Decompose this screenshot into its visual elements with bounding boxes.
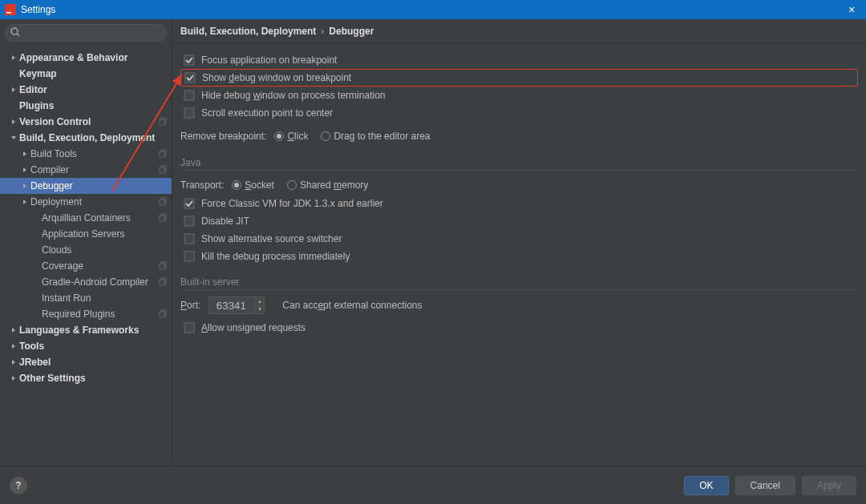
- tree-item-label: Appearance & Behavior: [19, 52, 168, 63]
- expand-arrow-icon: [32, 262, 40, 270]
- radio-label: Socket: [245, 179, 274, 191]
- svg-rect-20: [184, 55, 194, 65]
- expand-arrow-icon: [21, 150, 29, 158]
- expand-arrow-icon: [10, 374, 18, 382]
- titlebar: Settings ×: [0, 0, 866, 19]
- tree-item-label: Editor: [19, 84, 168, 95]
- tree-item-clouds[interactable]: Clouds: [0, 242, 172, 258]
- expand-arrow-icon: [10, 326, 18, 334]
- radio-button[interactable]: [274, 131, 284, 141]
- tree-item-build-tools[interactable]: Build Tools: [0, 146, 172, 162]
- checkbox-row[interactable]: Kill the debug process immediately: [180, 248, 858, 265]
- checkbox-label: Scroll execution point to center: [201, 107, 333, 119]
- search-input[interactable]: [5, 24, 167, 42]
- expand-arrow-icon: [21, 166, 29, 174]
- tree-item-label: Deployment: [30, 196, 159, 208]
- sidebar: Appearance & BehaviorKeymapEditorPlugins…: [0, 19, 172, 466]
- checkbox-icon: [184, 54, 195, 66]
- breadcrumb-parent[interactable]: Build, Execution, Deployment: [180, 26, 316, 37]
- tree-item-required-plugins[interactable]: Required Plugins: [0, 306, 172, 322]
- transport-row: Transport:SocketShared memory: [180, 175, 858, 195]
- checkbox-row[interactable]: Show alternative source switcher: [180, 230, 858, 248]
- port-spinner[interactable]: ▲▼: [208, 296, 265, 314]
- checkbox-row[interactable]: Allow unsigned requests: [180, 319, 858, 337]
- tree-item-coverage[interactable]: Coverage: [0, 258, 172, 274]
- tree-item-label: Languages & Frameworks: [19, 325, 168, 336]
- svg-line-3: [17, 34, 19, 36]
- tree-item-gradle-android-compiler[interactable]: Gradle-Android Compiler: [0, 274, 172, 290]
- expand-arrow-icon: [32, 278, 40, 286]
- svg-point-2: [11, 28, 18, 34]
- svg-rect-21: [185, 73, 195, 83]
- tree-item-version-control[interactable]: Version Control: [0, 114, 172, 130]
- tree-item-arquillian-containers[interactable]: Arquillian Containers: [0, 210, 172, 226]
- svg-rect-1: [6, 12, 11, 14]
- window-title: Settings: [21, 4, 55, 15]
- svg-rect-22: [184, 91, 194, 100]
- checkbox-icon: [184, 90, 195, 101]
- tree-item-build-execution-deployment[interactable]: Build, Execution, Deployment: [0, 130, 172, 146]
- tree-item-appearance-behavior[interactable]: Appearance & Behavior: [0, 50, 172, 66]
- tree-item-label: Required Plugins: [42, 308, 159, 320]
- checkbox-label: Kill the debug process immediately: [201, 251, 350, 262]
- tree-item-instant-run[interactable]: Instant Run: [0, 290, 172, 306]
- profile-scope-icon: [159, 149, 168, 159]
- expand-arrow-icon: [32, 214, 40, 222]
- cancel-button[interactable]: Cancel: [735, 476, 795, 495]
- tree-item-tools[interactable]: Tools: [0, 338, 172, 354]
- footer: ? OK Cancel Apply: [0, 466, 866, 504]
- tree-item-editor[interactable]: Editor: [0, 82, 172, 98]
- ok-button[interactable]: OK: [684, 476, 728, 495]
- port-label: Port:: [180, 300, 200, 311]
- checkbox-row[interactable]: Hide debug window on process termination: [180, 87, 858, 104]
- checkbox-row[interactable]: Focus application on breakpoint: [180, 51, 858, 69]
- tree-item-label: Gradle-Android Compiler: [42, 276, 159, 288]
- checkbox-label: Force Classic VM for JDK 1.3.x and earli…: [201, 198, 383, 209]
- search-box[interactable]: [5, 24, 167, 42]
- tree-item-deployment[interactable]: Deployment: [0, 194, 172, 210]
- tree-item-label: Tools: [19, 341, 168, 352]
- checkbox-label: Focus application on breakpoint: [201, 54, 337, 66]
- tree-item-languages-frameworks[interactable]: Languages & Frameworks: [0, 322, 172, 338]
- close-button[interactable]: ×: [842, 3, 861, 16]
- checkbox-row[interactable]: Scroll execution point to center: [180, 104, 858, 122]
- expand-arrow-icon: [32, 230, 40, 238]
- apply-button[interactable]: Apply: [802, 476, 856, 495]
- svg-rect-7: [160, 151, 164, 157]
- profile-scope-icon: [159, 309, 168, 319]
- tree-item-jrebel[interactable]: JRebel: [0, 354, 172, 370]
- svg-rect-5: [160, 119, 164, 125]
- checkbox-label: Allow unsigned requests: [201, 322, 306, 333]
- profile-scope-icon: [159, 261, 168, 271]
- svg-rect-15: [160, 264, 164, 269]
- radio-button[interactable]: [287, 180, 297, 190]
- port-row: Port:▲▼Can accept external connections: [180, 296, 858, 314]
- tree-item-other-settings[interactable]: Other Settings: [0, 370, 172, 386]
- checkbox-icon: [184, 322, 195, 333]
- tree-item-keymap[interactable]: Keymap: [0, 66, 172, 82]
- radio-button[interactable]: [232, 180, 241, 190]
- checkbox-icon: [184, 251, 195, 262]
- svg-rect-27: [184, 252, 194, 261]
- expand-arrow-icon: [10, 86, 18, 94]
- checkbox-row[interactable]: Disable JIT: [180, 212, 858, 230]
- radio-label: Click: [287, 131, 308, 142]
- svg-rect-9: [160, 167, 164, 173]
- tree-item-application-servers[interactable]: Application Servers: [0, 226, 172, 242]
- radio-button[interactable]: [321, 131, 330, 141]
- tree-item-compiler[interactable]: Compiler: [0, 162, 172, 178]
- help-button[interactable]: ?: [10, 477, 27, 494]
- svg-rect-24: [184, 199, 194, 208]
- profile-scope-icon: [159, 277, 168, 287]
- svg-rect-19: [160, 312, 164, 317]
- checkbox-row[interactable]: Force Classic VM for JDK 1.3.x and earli…: [180, 195, 858, 212]
- svg-rect-17: [160, 280, 164, 285]
- spinner-down-icon[interactable]: ▼: [254, 306, 264, 314]
- tree-item-debugger[interactable]: Debugger: [0, 178, 172, 194]
- tree-item-label: JRebel: [19, 357, 168, 368]
- expand-arrow-icon: [32, 294, 40, 302]
- checkbox-row[interactable]: Show debug window on breakpoint: [180, 69, 858, 87]
- checkbox-icon: [184, 198, 195, 209]
- tree-item-plugins[interactable]: Plugins: [0, 98, 172, 114]
- spinner-up-icon[interactable]: ▲: [254, 297, 264, 306]
